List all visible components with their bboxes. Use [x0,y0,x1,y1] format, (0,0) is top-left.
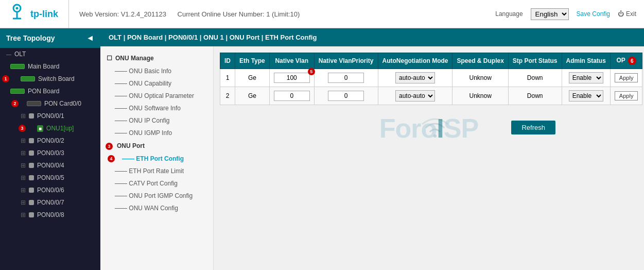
cell-auto-neg-1[interactable]: auto-auto [378,69,452,87]
refresh-button[interactable]: Refresh [511,121,555,134]
cell-admin-status-1[interactable]: Enable Disable [562,69,610,87]
admin-status-select-1[interactable]: Enable Disable [569,72,603,83]
port-icon [29,113,34,119]
nav-item-onu-capability[interactable]: —— ONU Capability [100,77,213,90]
cell-vlan-priority-1[interactable] [314,69,378,87]
nav-item-eth-port-config[interactable]: 4 —— ETH Port Config [100,153,213,165]
cell-stp-status-1: Down [508,69,562,87]
nav-item-onu-wan-config[interactable]: —— ONU WAN Config [100,202,213,214]
nav-section-onu-manage: ☐ ONU Manage [100,52,213,65]
sidebar: Tree Topology ◄ — OLT Main Board 1 Switc… [0,28,100,270]
th-auto-negotiation: AutoNegotiation Mode [378,53,452,69]
header-info: Web Version: V1.2.4_201123 Current Onlin… [79,10,485,18]
nav-group-onu-port[interactable]: 3 ONU Port [100,139,213,153]
nav-item-catv-port-config[interactable]: —— CATV Port Config [100,177,213,190]
pon-board-icon [10,89,25,94]
language-label: Language [495,10,523,18]
svg-point-1 [16,7,19,9]
sidebar-collapse-icon: ◄ [86,33,94,43]
sidebar-item-pon005[interactable]: ⊞ PON0/0/5 [0,172,100,184]
header: tp-link Web Version: V1.2.4_201123 Curre… [0,0,644,28]
cell-id-2: 2 [220,87,235,105]
nav-item-onu-ip-config[interactable]: —— ONU IP Config [100,114,213,127]
online-users: Current Online User Number: 1 (Limit:10) [178,10,300,18]
sidebar-title[interactable]: Tree Topology ◄ [0,28,100,48]
sidebar-item-main-board[interactable]: Main Board [0,60,100,73]
cell-op-1[interactable]: Apply [610,69,642,87]
cell-speed-duplex-1: Unknow [452,69,508,87]
apply-button-1[interactable]: Apply [615,73,638,82]
power-icon: ⏻ [618,10,624,18]
exit-button[interactable]: ⏻ Exit [618,10,636,18]
main-layout: Tree Topology ◄ — OLT Main Board 1 Switc… [0,28,644,270]
cell-native-vlan-2[interactable] [269,87,314,105]
cell-admin-status-2[interactable]: Enable Disable [562,87,610,105]
table-row: 2 Ge auto-auto [220,87,642,105]
web-version: Web Version: V1.2.4_201123 [79,10,166,18]
cell-auto-neg-2[interactable]: auto-auto [378,87,452,105]
switch-board-icon [21,76,35,81]
sidebar-item-pon003[interactable]: ⊞ PON0/0/3 [0,147,100,159]
native-vlan-input-1[interactable] [274,73,310,83]
breadcrumb: OLT | PON Board | PON0/0/1 | ONU 1 | ONU… [100,28,644,46]
sidebar-item-pon004[interactable]: ⊞ PON0/0/4 [0,159,100,172]
cell-eth-type-2: Ge [235,87,270,105]
tp-link-logo-icon [8,3,26,25]
sidebar-item-olt[interactable]: — OLT [0,48,100,60]
cell-speed-duplex-2: Unknow [452,87,508,105]
cell-stp-status-2: Down [508,87,562,105]
middle-layout: ☐ ONU Manage —— ONU Basic Info —— ONU Ca… [100,46,644,270]
nav-item-onu-igmp-info[interactable]: —— ONU IGMP Info [100,127,213,139]
nav-item-onu-software-info[interactable]: —— ONU Software Info [100,102,213,114]
board-icon [10,64,25,69]
logo-area: tp-link [8,0,69,28]
content-area: OLT | PON Board | PON0/0/1 | ONU 1 | ONU… [100,28,644,270]
eth-port-config-table: ID Eth Type Native Vlan Native VlanPrior… [220,53,642,105]
native-vlan-input-2[interactable] [274,91,310,101]
language-select[interactable]: English [531,8,569,20]
pon-card-icon [27,101,41,106]
sidebar-item-pon002[interactable]: ⊞ PON0/0/2 [0,134,100,147]
admin-status-select-2[interactable]: Enable Disable [569,90,603,102]
nav-item-eth-port-rate-limit[interactable]: —— ETH Port Rate Limit [100,165,213,177]
vlan-priority-input-2[interactable] [328,91,364,101]
sidebar-item-pon-card[interactable]: 2 PON Card0/0 [0,97,100,110]
apply-button-2[interactable]: Apply [615,91,638,100]
sidebar-item-pon001[interactable]: ⊞ PON0/0/1 [0,110,100,122]
nav-item-onu-basic-info[interactable]: —— ONU Basic Info [100,65,213,77]
nav-item-onu-optical-parameter[interactable]: —— ONU Optical Parameter [100,90,213,102]
logo-text: tp-link [30,9,58,20]
sidebar-item-pon-board[interactable]: PON Board [0,85,100,97]
nav-item-onu-port-igmp-config[interactable]: —— ONU Port IGMP Config [100,190,213,202]
sidebar-item-pon008[interactable]: ⊞ PON0/0/8 [0,209,100,221]
header-right: Language English Save Config ⏻ Exit [495,8,636,20]
th-stp-status: Stp Port Status [508,53,562,69]
auto-neg-select-1[interactable]: auto-auto [395,72,435,83]
cell-op-2[interactable]: Apply [610,87,642,105]
th-id: ID [220,53,235,69]
vlan-priority-input-1[interactable] [328,73,364,83]
cell-eth-type-1: Ge [235,69,270,87]
cell-vlan-priority-2[interactable] [314,87,378,105]
th-native-vlan: Native Vlan [269,53,314,69]
sidebar-item-onu1[interactable]: 3 ■ ONU1[up] [0,122,100,134]
sidebar-item-switch-board[interactable]: 1 Switch Board [0,73,100,85]
th-native-vlan-priority: Native VlanPriority [314,53,378,69]
watermark-area: ForoISP Refresh [220,110,638,172]
auto-neg-select-2[interactable]: auto-auto [395,90,435,102]
th-op: OP 6 [610,53,642,69]
th-eth-type: Eth Type [235,53,270,69]
cell-id-1: 1 [220,69,235,87]
save-config-link[interactable]: Save Config [577,10,610,18]
th-speed-duplex: Speed & Duplex [452,53,508,69]
nav-panel: ☐ ONU Manage —— ONU Basic Info —— ONU Ca… [100,46,214,270]
cell-native-vlan-1[interactable]: 5 [269,69,314,87]
table-row: 1 Ge 5 auto-auto [220,69,642,87]
sidebar-item-pon006[interactable]: ⊞ PON0/0/6 [0,184,100,196]
main-content: ID Eth Type Native Vlan Native VlanPrior… [214,46,644,270]
th-admin-status: Admin Status [562,53,610,69]
sidebar-item-pon007[interactable]: ⊞ PON0/0/7 [0,196,100,209]
foro-watermark-text: ForoISP [379,113,478,144]
